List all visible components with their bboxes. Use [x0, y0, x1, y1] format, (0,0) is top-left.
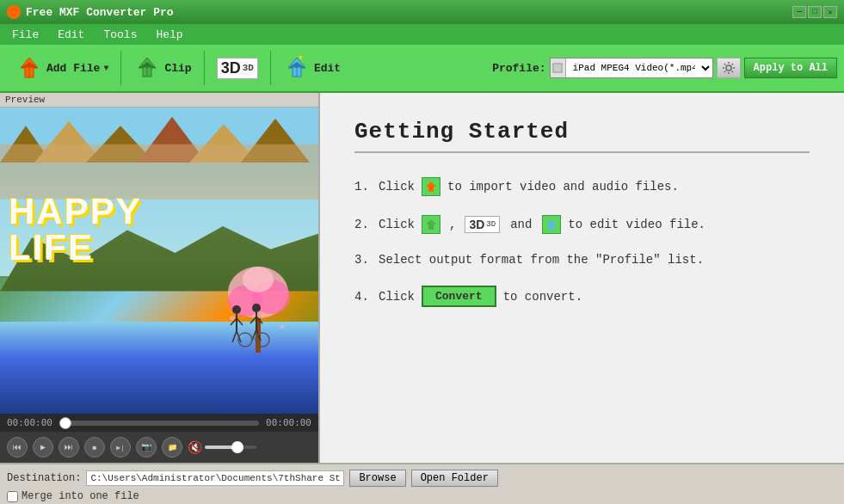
svg-point-27 — [243, 267, 274, 292]
svg-line-33 — [231, 318, 237, 325]
toolbar: Add File ▼ Clip 3D 3D — [0, 45, 844, 93]
svg-point-31 — [232, 305, 241, 314]
merge-row: Merge into one file — [7, 490, 837, 502]
svg-line-34 — [237, 318, 243, 325]
playback-controls: ⏮ ▶ ⏭ ■ ▶| 📷 📁 🔇 — [0, 432, 318, 463]
menu-edit[interactable]: Edit — [49, 27, 93, 43]
restore-button[interactable]: □ — [808, 6, 822, 18]
step-1-num: 1. — [354, 180, 372, 194]
right-panel: Getting Started 1. Click to import video… — [320, 93, 844, 463]
progress-thumb[interactable] — [59, 417, 71, 429]
profile-area: Profile: iPad MPEG4 Video(*.mp4) iPhone … — [492, 58, 837, 78]
stop-button[interactable]: ■ — [84, 437, 105, 458]
edit-button[interactable]: Edit — [274, 51, 349, 85]
screenshot-button[interactable]: 📷 — [136, 437, 157, 458]
step-2-and: and — [510, 218, 532, 231]
preview-label: Preview — [0, 93, 318, 108]
svg-rect-50 — [549, 224, 554, 230]
svg-point-44 — [256, 333, 269, 347]
open-folder-button[interactable]: Open Folder — [411, 470, 498, 487]
video-thumbnail: HAPPY LIFE — [0, 108, 318, 414]
convert-button[interactable]: Convert — [422, 286, 496, 307]
add-file-button[interactable]: Add File ▼ — [7, 51, 117, 85]
clip-button[interactable]: Clip — [125, 51, 200, 85]
title-divider — [354, 151, 810, 153]
window-controls: — □ ✕ — [792, 6, 837, 18]
title-bar: Free MXF Converter Pro — □ ✕ — [0, 0, 844, 24]
svg-line-35 — [232, 331, 237, 342]
step-2-clip-icon — [422, 215, 440, 234]
svg-rect-14 — [554, 65, 561, 71]
three-d-button[interactable]: 3D 3D — [208, 54, 267, 83]
menu-bar: File Edit Tools Help — [0, 24, 844, 45]
close-button[interactable]: ✕ — [823, 6, 837, 18]
step-1: 1. Click to import video and audio files… — [354, 177, 810, 196]
svg-point-15 — [726, 65, 731, 71]
progress-bar[interactable] — [59, 421, 259, 426]
step-2: 2. Click , 3D 3D and — [354, 215, 810, 234]
separator-3 — [270, 51, 271, 85]
menu-tools[interactable]: Tools — [95, 27, 145, 43]
separator-2 — [204, 51, 205, 85]
merge-checkbox[interactable] — [7, 491, 18, 502]
step-3-num: 3. — [354, 253, 372, 267]
step-3-text: Select output format from the "Profile" … — [379, 253, 704, 267]
destination-path[interactable] — [86, 470, 344, 486]
progress-area: 00:00:00 00:00:00 — [0, 414, 318, 432]
edit-icon — [283, 54, 311, 82]
menu-help[interactable]: Help — [147, 27, 191, 43]
profile-select[interactable]: iPad MPEG4 Video(*.mp4) iPhone MPEG4 Vid… — [566, 58, 712, 77]
separator-1 — [120, 51, 121, 85]
volume-thumb[interactable] — [231, 441, 243, 453]
fast-forward-button[interactable]: ⏭ — [59, 437, 79, 458]
step-2-text-after: to edit video file. — [568, 218, 705, 231]
figures — [224, 301, 275, 359]
merge-label: Merge into one file — [22, 490, 139, 502]
time-start: 00:00:00 — [7, 417, 52, 428]
clip-icon — [133, 54, 161, 82]
step-list: 1. Click to import video and audio files… — [354, 177, 810, 307]
browse-button[interactable]: Browse — [349, 470, 405, 487]
svg-marker-12 — [298, 56, 303, 59]
profile-icon — [551, 58, 566, 77]
next-frame-button[interactable]: ▶| — [110, 437, 131, 458]
add-file-dropdown-icon[interactable]: ▼ — [103, 64, 108, 73]
happy-life-text: HAPPY LIFE — [0, 194, 318, 266]
destination-row: Destination: Browse Open Folder — [7, 470, 837, 487]
step-2-edit-icon — [542, 215, 561, 234]
destination-label: Destination: — [7, 472, 81, 484]
scene-roof-bg — [0, 108, 318, 200]
step-4: 4. Click Convert to convert. — [354, 286, 810, 307]
folder-button[interactable]: 📁 — [162, 437, 182, 458]
minimize-button[interactable]: — — [792, 6, 806, 18]
volume-slider[interactable] — [205, 446, 256, 449]
volume-control: 🔇 — [188, 440, 256, 455]
add-file-icon — [15, 54, 43, 82]
volume-icon: 🔇 — [188, 440, 202, 455]
apply-all-button[interactable]: Apply to All — [744, 58, 837, 78]
svg-rect-46 — [428, 186, 434, 192]
step-4-text-after: to convert. — [503, 290, 582, 304]
svg-point-37 — [252, 304, 261, 312]
app-icon — [7, 5, 21, 19]
main-content: Preview — [0, 93, 844, 463]
getting-started-title: Getting Started — [354, 119, 810, 144]
step-4-text-before: Click — [379, 290, 415, 304]
step-4-num: 4. — [354, 290, 372, 304]
edit-label: Edit — [314, 62, 341, 75]
play-button[interactable]: ▶ — [33, 437, 53, 458]
step-3: 3. Select output format from the "Profil… — [354, 253, 810, 267]
settings-button[interactable] — [717, 58, 741, 78]
menu-file[interactable]: File — [3, 27, 47, 43]
app-title: Free MXF Converter Pro — [26, 6, 174, 19]
profile-label: Profile: — [492, 62, 545, 75]
step-1-text-before: Click — [379, 180, 415, 194]
svg-point-29 — [280, 325, 284, 329]
time-end: 00:00:00 — [266, 417, 311, 428]
rewind-button[interactable]: ⏮ — [7, 437, 28, 458]
svg-line-40 — [256, 317, 262, 323]
step-2-comma: , — [449, 218, 456, 231]
step-2-num: 2. — [354, 218, 372, 231]
left-panel: Preview — [0, 93, 320, 463]
step-2-text-before: Click — [379, 218, 415, 231]
